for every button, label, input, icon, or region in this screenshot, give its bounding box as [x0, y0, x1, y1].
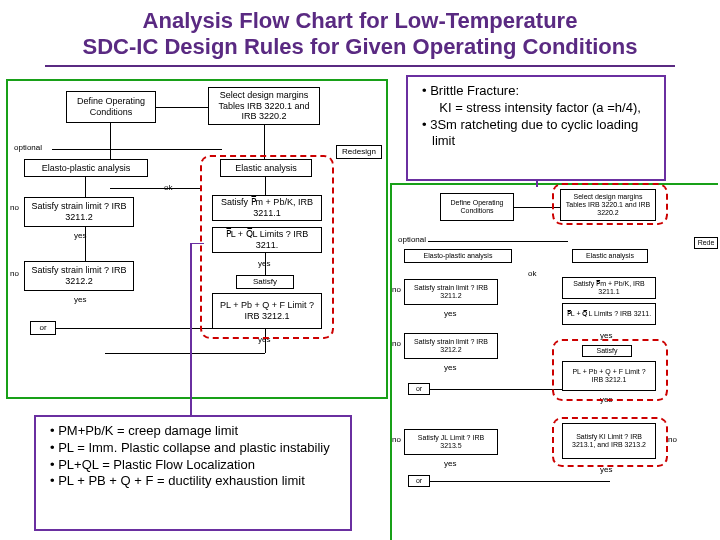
right-elastic: Elastic analysis: [572, 249, 648, 263]
title-underline: [45, 65, 675, 67]
right-red-highlight-top: [552, 183, 668, 225]
left-optional: optional: [14, 143, 42, 152]
right-yes-1: yes: [444, 309, 456, 318]
purple-connector-1h: [190, 243, 204, 245]
right-elasto-plastic: Elasto-plastic analysis: [404, 249, 512, 263]
left-strain-1: Satisfy strain limit ? IRB 3211.2: [24, 197, 134, 227]
right-or: or: [408, 383, 430, 395]
title-line-2: SDC-IC Design Rules for Given Operating …: [83, 34, 638, 59]
right-redesign: Rede: [694, 237, 718, 249]
purple-connector-2v: [536, 181, 538, 187]
right-red-highlight-mid: [552, 339, 668, 401]
annot-bottom-box: • PM+Pb/K = creep damage limit • PL = Im…: [34, 415, 352, 531]
annot-bottom-b4: PL + PB + Q + F = ductility exhaustion l…: [58, 473, 305, 488]
left-no-1: no: [10, 203, 19, 212]
left-no-2: no: [10, 269, 19, 278]
right-no-4: no: [668, 435, 677, 444]
right-red-highlight-bot: [552, 417, 668, 467]
right-yes-3: yes: [444, 363, 456, 372]
right-plql: P̅L + Q̅L Limits ? IRB 3211.: [562, 303, 656, 325]
annot-top-b1b: KI = stress intensity factor (a =h/4),: [439, 100, 641, 115]
left-elasto-plastic: Elasto-plastic analysis: [24, 159, 148, 177]
right-no-1: no: [392, 285, 401, 294]
right-yes-5: yes: [444, 459, 456, 468]
left-or: or: [30, 321, 56, 335]
right-pmpbk: Satisfy P̅m + Pb/K, IRB 3211.1: [562, 277, 656, 299]
annot-bottom-b1: PM+Pb/K = creep damage limit: [58, 423, 238, 438]
purple-connector-1v: [190, 243, 192, 415]
right-define-operating: Define Operating Conditions: [440, 193, 514, 221]
right-optional: optional: [398, 235, 426, 244]
right-ok: ok: [528, 269, 536, 278]
annot-top-box: • Brittle Fracture: KI = stress intensit…: [406, 75, 666, 181]
annot-bottom-b2: PL = Imm. Plastic collapse and plastic i…: [58, 440, 330, 455]
right-no-2: no: [392, 339, 401, 348]
left-strain-2: Satisfy strain limit ? IRB 3212.2: [24, 261, 134, 291]
right-no-3: no: [392, 435, 401, 444]
left-select-margins: Select design margins Tables IRB 3220.1 …: [208, 87, 320, 125]
left-red-highlight: [200, 155, 334, 339]
left-define-operating: Define Operating Conditions: [66, 91, 156, 123]
annot-top-b2: 3Sm ratcheting due to cyclic loading lim…: [430, 117, 638, 149]
annot-top-b1: Brittle Fracture:: [430, 83, 519, 98]
right-strain-1: Satisfy strain limit ? IRB 3211.2: [404, 279, 498, 305]
left-yes-3: yes: [74, 295, 86, 304]
diagram-container: Define Operating Conditions Select desig…: [0, 73, 720, 540]
right-strain-2: Satisfy strain limit ? IRB 3212.2: [404, 333, 498, 359]
annot-bottom-b3: PL+QL = Plastic Flow Localization: [58, 457, 255, 472]
right-jl: Satisfy JL Limit ? IRB 3213.5: [404, 429, 498, 455]
title-line-1: Analysis Flow Chart for Low-Temperature: [143, 8, 578, 33]
left-redesign: Redesign: [336, 145, 382, 159]
right-or-2: or: [408, 475, 430, 487]
